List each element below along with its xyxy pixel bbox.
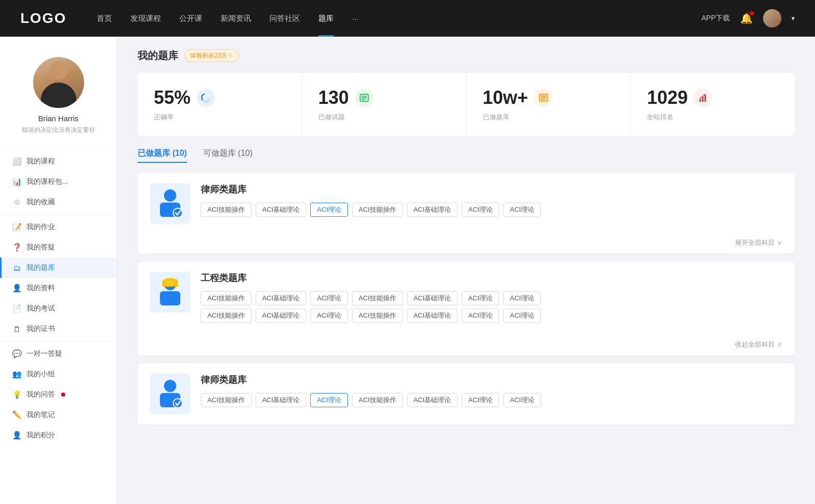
qa-dot [61,393,65,397]
qbank-3-tag-1[interactable]: ACI基础理论 [256,393,307,407]
nav-menu: 首页 发现课程 公开课 新闻资讯 问答社区 题库 ··· [97,14,701,23]
nav-more[interactable]: ··· [352,14,359,23]
qbank-2-collapse-button[interactable]: 收起全部科目 ∧ [735,340,782,349]
tab-available-banks[interactable]: 可做题库 (10) [203,148,253,163]
tab-done-banks[interactable]: 已做题库 (10) [138,148,187,163]
qbank-1-tag-1[interactable]: ACI基础理论 [256,203,307,217]
sidebar-item-my-material[interactable]: 👤 我的资料 [0,278,117,298]
material-icon: 👤 [12,284,21,293]
svg-point-15 [164,189,176,202]
sidebar-item-my-favorites[interactable]: ☆ 我的收藏 [0,192,117,212]
user-avatar[interactable] [763,9,781,27]
qbank-2-tag-r1-5[interactable]: ACI理论 [461,291,499,305]
sidebar-item-my-exam[interactable]: 📄 我的考试 [0,298,117,319]
stat-accuracy: 55% 正确率 [138,73,302,136]
nav-qbank[interactable]: 题库 [318,14,334,23]
sidebar-avatar [33,57,84,108]
qbank-2-tag-r1-2[interactable]: ACI理论 [310,291,348,305]
qbank-2-tag-r2-2[interactable]: ACI理论 [310,309,348,323]
svg-rect-12 [702,97,703,102]
stat-done-banks-value: 10w+ [483,87,528,108]
sidebar-item-my-cert[interactable]: 🗒 我的证书 [0,319,117,339]
qbank-2-tag-r1-1[interactable]: ACI基础理论 [256,291,307,305]
qbank-1-content: 律师类题库 ACI技能操作 ACI基础理论 ACI理论 ACI技能操作 ACI基… [201,183,782,220]
qbank-2-tag-r2-4[interactable]: ACI基础理论 [407,309,458,323]
qbank-2-tag-r2-1[interactable]: ACI基础理论 [256,309,307,323]
qbank-2-tag-r1-6[interactable]: ACI理论 [503,291,541,305]
sidebar-item-my-package[interactable]: 📊 我的课程包... [0,172,117,192]
sidebar-item-my-qa[interactable]: ❓ 我的答疑 [0,237,117,258]
sidebar-item-my-notes[interactable]: ✏️ 我的笔记 [0,405,117,425]
sidebar-profile: Brian Harris 错误的决定比没有决定要好 [0,47,117,147]
question-icon: ❓ [12,243,21,252]
nav-qa[interactable]: 问答社区 [269,14,300,23]
sidebar-item-my-group[interactable]: 👥 我的小组 [0,364,117,384]
nav-news[interactable]: 新闻资讯 [221,14,251,23]
stat-done-banks-label: 已做题库 [483,113,614,122]
qbank-2-tag-r2-6[interactable]: ACI理论 [503,309,541,323]
navbar: LOGO 首页 发现课程 公开课 新闻资讯 问答社区 题库 ··· APP下载 … [0,0,815,37]
qbank-1-tag-6[interactable]: ACI理论 [503,203,541,217]
qbank-card-3-inner: 律师类题库 ACI技能操作 ACI基础理论 ACI理论 ACI技能操作 ACI基… [138,363,795,425]
profile-dropdown-arrow[interactable]: ▾ [792,15,795,22]
app-download-button[interactable]: APP下载 [701,14,730,23]
nav-home[interactable]: 首页 [97,14,112,23]
qbank-3-tag-3[interactable]: ACI技能操作 [352,393,403,407]
qbank-2-footer: 收起全部科目 ∧ [138,336,795,355]
qbank-3-tag-4[interactable]: ACI基础理论 [407,393,458,407]
sidebar-item-one-on-one[interactable]: 💬 一对一答疑 [0,344,117,364]
qbank-2-tag-r1-0[interactable]: ACI技能操作 [201,291,252,305]
stat-ranking-label: 全站排名 [647,113,778,122]
svg-rect-19 [160,291,180,305]
qbank-2-tag-r2-3[interactable]: ACI技能操作 [352,309,403,323]
qbank-1-tags: ACI技能操作 ACI基础理论 ACI理论 ACI技能操作 ACI基础理论 AC… [201,203,782,217]
stat-done-questions: 130 已做试题 [302,73,467,136]
page-header: 我的题库 体验剩余23天！ [138,37,795,73]
qbank-2-tag-r1-4[interactable]: ACI基础理论 [407,291,458,305]
qbank-2-tag-r1-3[interactable]: ACI技能操作 [352,291,403,305]
qbank-card-2-inner: 工程类题库 ACI技能操作 ACI基础理论 ACI理论 ACI技能操作 ACI基… [138,262,795,336]
qbank-1-footer: 展开全部科目 ∨ [138,234,795,254]
sidebar-item-my-qbank[interactable]: 🗂 我的题库 [0,258,117,278]
qbank-1-tag-2[interactable]: ACI理论 [310,203,348,217]
stat-ranking-value: 1029 [647,87,688,108]
notification-bell[interactable]: 🔔 [740,12,753,24]
sidebar-item-my-questions[interactable]: 💡 我的问答 [0,384,117,405]
nav-discover[interactable]: 发现课程 [130,14,161,23]
qa-icon: 💡 [12,390,21,399]
svg-rect-13 [704,95,706,102]
qbank-3-tag-0[interactable]: ACI技能操作 [201,393,252,407]
qbank-1-tag-3[interactable]: ACI技能操作 [352,203,403,217]
package-icon: 📊 [12,177,21,186]
sidebar-item-my-homework[interactable]: 📝 我的作业 [0,217,117,237]
qbank-2-tag-r2-0[interactable]: ACI技能操作 [201,309,252,323]
note-icon: ✏️ [12,410,21,419]
sidebar-item-my-points[interactable]: 👤 我的积分 [0,425,117,445]
sidebar-menu: ⬜ 我的课程 📊 我的课程包... ☆ 我的收藏 📝 我的作业 ❓ 我的答疑 🗂 [0,147,117,450]
qbank-2-content: 工程类题库 ACI技能操作 ACI基础理论 ACI理论 ACI技能操作 ACI基… [201,272,782,326]
qbank-1-tag-4[interactable]: ACI基础理论 [407,203,458,217]
qbank-1-expand-button[interactable]: 展开全部科目 ∨ [735,238,782,247]
qbank-1-tag-0[interactable]: ACI技能操作 [201,203,252,217]
qbank-3-tag-5[interactable]: ACI理论 [461,393,499,407]
qbank-3-tag-6[interactable]: ACI理论 [503,393,541,407]
stat-ranking-icon [694,89,712,107]
cert-icon: 🗒 [12,324,21,333]
sidebar-divider-1 [0,214,117,215]
svg-point-17 [173,208,182,217]
qbank-card-1: 律师类题库 ACI技能操作 ACI基础理论 ACI理论 ACI技能操作 ACI基… [138,173,795,254]
notification-dot [750,11,754,15]
qbank-1-title: 律师类题库 [201,183,782,195]
sidebar-item-my-course[interactable]: ⬜ 我的课程 [0,151,117,172]
stat-done-q-label: 已做试题 [318,113,450,122]
navbar-right: APP下载 🔔 ▾ [701,9,795,27]
qbank-2-tag-r2-5[interactable]: ACI理论 [461,309,499,323]
qbank-1-tag-5[interactable]: ACI理论 [461,203,499,217]
qbank-3-tag-2[interactable]: ACI理论 [310,393,348,407]
svg-rect-11 [699,99,701,102]
logo[interactable]: LOGO [20,10,66,26]
stat-done-banks: 10w+ 已做题库 [467,73,631,136]
group-icon: 👥 [12,370,21,379]
nav-open-course[interactable]: 公开课 [179,14,202,23]
page-container: Brian Harris 错误的决定比没有决定要好 ⬜ 我的课程 📊 我的课程包… [0,37,815,504]
